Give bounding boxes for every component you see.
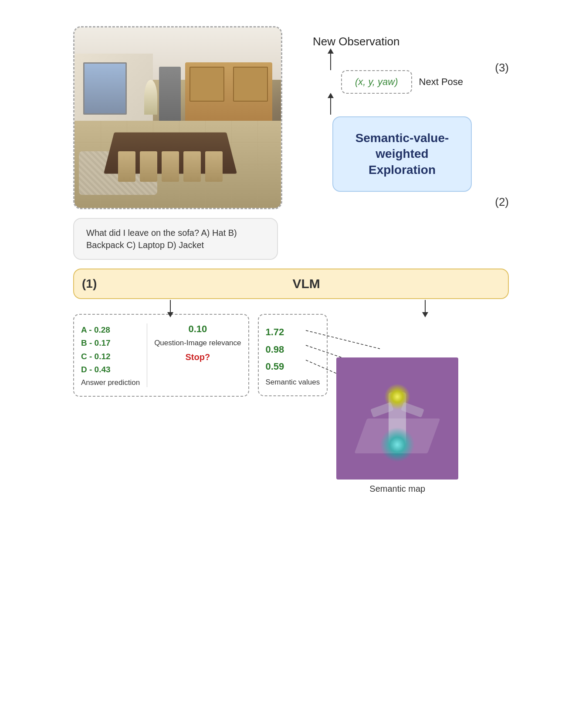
photo-chair-2 xyxy=(140,151,157,182)
vlm-box: VLM xyxy=(105,269,509,299)
arrow-down-left xyxy=(170,300,171,313)
relevance-col: 0.10 Question-Image relevance Stop? xyxy=(154,323,241,362)
question-box: What did I leave on the sofa? A) Hat B) … xyxy=(73,218,278,260)
answer-item-c: C - 0.12 xyxy=(81,350,140,363)
swe-box: Semantic-value-weighted Exploration xyxy=(332,116,472,192)
semantic-values-dashed-box: 1.72 0.98 0.59 Semantic values xyxy=(258,314,328,396)
semantic-value-3: 0.59 xyxy=(266,358,320,375)
arrow-down-right xyxy=(425,300,426,313)
semantic-values-section: 1.72 0.98 0.59 Semantic values xyxy=(258,314,328,396)
answer-item-b: B - 0.17 xyxy=(81,337,140,350)
relevance-value: 0.10 xyxy=(154,323,241,335)
next-pose-label: Next Pose xyxy=(419,76,464,88)
main-container: (3) New Observation (x, y, yaw) Next Pos… xyxy=(73,0,509,494)
semantic-value-1: 1.72 xyxy=(266,323,320,341)
semantic-map-box xyxy=(336,357,458,480)
photo-chair-1 xyxy=(118,151,135,182)
photo-cabinet-door2 xyxy=(233,67,268,102)
swe-text-line2: Exploration xyxy=(351,162,453,178)
answer-item-d: D - 0.43 xyxy=(81,363,140,376)
photo-lamp xyxy=(144,80,157,115)
vlm-row: (1) VLM xyxy=(73,269,509,299)
vlm-arrow-row xyxy=(73,300,509,313)
photo-chair-4 xyxy=(183,151,201,182)
semantic-map-col: Semantic map xyxy=(336,357,458,494)
relevance-label: Question-Image relevance xyxy=(154,338,241,348)
answer-prediction-col: A - 0.28 B - 0.17 C - 0.12 D - 0.43 Answ… xyxy=(81,323,140,387)
semantic-values-label: Semantic values xyxy=(266,378,320,387)
photo-chair-3 xyxy=(162,151,179,182)
stop-label: Stop? xyxy=(154,352,241,362)
semantic-value-2: 0.98 xyxy=(266,341,320,358)
number-label-2: (2) xyxy=(495,195,509,209)
indoor-photo-box xyxy=(73,26,282,209)
map-shadow xyxy=(355,418,440,453)
semantic-map-label: Semantic map xyxy=(369,484,425,494)
photo-window xyxy=(83,62,127,115)
photo-cabinet-door1 xyxy=(189,67,224,102)
answer-item-a: A - 0.28 xyxy=(81,323,140,337)
top-section: (3) New Observation (x, y, yaw) Next Pos… xyxy=(73,26,509,209)
arrow-up-from-swe xyxy=(330,97,331,115)
next-pose-row: (x, y, yaw) Next Pose xyxy=(341,70,463,94)
photo-chair-5 xyxy=(205,151,223,182)
bottom-row: A - 0.28 B - 0.17 C - 0.12 D - 0.43 Answ… xyxy=(73,314,509,494)
photo-chairs xyxy=(118,147,223,182)
number-label-3: (3) xyxy=(495,61,509,75)
divider-v1 xyxy=(147,323,147,387)
vlm-number: (1) xyxy=(73,269,105,299)
swe-text-line1: Semantic-value-weighted xyxy=(351,130,453,162)
output-dashed-box: A - 0.28 B - 0.17 C - 0.12 D - 0.43 Answ… xyxy=(73,314,249,397)
photo-interior xyxy=(74,27,281,208)
pose-box: (x, y, yaw) xyxy=(341,70,412,94)
right-panel: (3) New Observation (x, y, yaw) Next Pos… xyxy=(295,26,509,209)
arrow-up-to-obs xyxy=(330,53,331,70)
new-observation-label: New Observation xyxy=(313,35,399,48)
answer-prediction-label: Answer prediction xyxy=(81,378,140,387)
